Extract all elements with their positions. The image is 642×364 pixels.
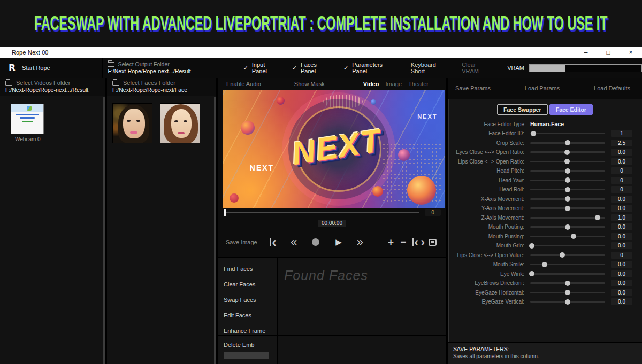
- slider-track[interactable]: [530, 180, 605, 181]
- slider-track[interactable]: [530, 254, 605, 256]
- param-value[interactable]: 1.0: [611, 214, 632, 221]
- close-icon[interactable]: ×: [620, 49, 642, 56]
- slider-track[interactable]: [530, 245, 605, 246]
- param-value[interactable]: 0.0: [611, 233, 632, 240]
- rewind-icon[interactable]: «: [291, 235, 297, 249]
- slider-handle[interactable]: [542, 262, 547, 267]
- face-thumbnail-2[interactable]: [160, 103, 200, 143]
- tab-image[interactable]: Image: [385, 81, 402, 87]
- slider-handle[interactable]: [565, 187, 570, 192]
- slider-handle[interactable]: [529, 243, 534, 249]
- param-value[interactable]: 0.0: [611, 280, 632, 286]
- slider-track[interactable]: [530, 151, 605, 153]
- slider-track[interactable]: [530, 142, 605, 144]
- slider-track[interactable]: [530, 170, 605, 172]
- slider-track[interactable]: [530, 189, 605, 190]
- load-params-button[interactable]: Load Params: [525, 85, 560, 91]
- param-value[interactable]: 0.0: [611, 242, 632, 249]
- param-value[interactable]: 0: [611, 252, 632, 259]
- slider-track[interactable]: [530, 301, 605, 303]
- select-output-folder-button[interactable]: Select Output Folder F:/Next-Rope/Rope-n…: [103, 61, 226, 75]
- prev-frame-icon[interactable]: ‹: [412, 238, 418, 246]
- slider-track[interactable]: [530, 198, 605, 200]
- tab-face-editor[interactable]: Face Editor: [549, 104, 593, 115]
- slider-handle[interactable]: [565, 290, 570, 295]
- param-value[interactable]: 0.0: [611, 270, 632, 277]
- keyboard-short-button[interactable]: Keyboard Short: [411, 61, 449, 74]
- param-value[interactable]: 0.0: [611, 223, 632, 230]
- save-frame-icon[interactable]: [429, 239, 437, 246]
- show-mask-button[interactable]: Show Mask: [294, 81, 325, 87]
- timeline-handle[interactable]: [224, 209, 226, 216]
- slider-handle[interactable]: [564, 150, 570, 155]
- faces-scrollbar[interactable]: [214, 97, 216, 364]
- param-value[interactable]: 1: [611, 130, 632, 137]
- slider-track[interactable]: [530, 282, 605, 284]
- slider-handle[interactable]: [565, 196, 570, 202]
- webcam-thumbnail[interactable]: [11, 104, 44, 134]
- slider-handle[interactable]: [565, 299, 570, 305]
- slider-handle[interactable]: [595, 215, 600, 220]
- edit-faces-button[interactable]: Edit Faces: [218, 308, 277, 323]
- slider-track[interactable]: [530, 236, 605, 237]
- slider-handle[interactable]: [571, 234, 576, 239]
- videos-scrollbar[interactable]: [103, 97, 105, 364]
- toggle-faces-panel[interactable]: ✓Faces Panel: [292, 61, 330, 74]
- slider-track[interactable]: [530, 292, 605, 293]
- slider-track[interactable]: [530, 217, 605, 219]
- param-value[interactable]: 0.0: [611, 205, 632, 212]
- slider-handle[interactable]: [565, 206, 570, 211]
- zoom-out-icon[interactable]: −: [400, 236, 406, 248]
- slider-track[interactable]: [530, 226, 605, 228]
- param-value[interactable]: 0.0: [611, 158, 632, 165]
- play-icon[interactable]: ▶: [335, 237, 342, 247]
- save-params-button[interactable]: Save Params: [455, 85, 491, 91]
- zoom-in-icon[interactable]: +: [388, 236, 394, 248]
- slider-track[interactable]: [530, 273, 605, 275]
- skip-start-icon[interactable]: ‹: [270, 238, 277, 246]
- toggle-input-panel[interactable]: ✓Input Panel: [243, 61, 279, 74]
- next-frame-icon[interactable]: ›: [421, 238, 425, 246]
- embedding-select[interactable]: [224, 352, 269, 359]
- slider-handle[interactable]: [560, 252, 565, 258]
- param-value[interactable]: 0.0: [611, 196, 632, 203]
- swap-faces-button[interactable]: Swap Faces: [218, 292, 277, 308]
- slider-handle[interactable]: [564, 159, 570, 164]
- param-value[interactable]: 0.0: [611, 289, 632, 296]
- face-thumbnail-1[interactable]: [112, 103, 152, 143]
- load-defaults-button[interactable]: Load Defaults: [594, 85, 630, 91]
- param-value[interactable]: 0.0: [611, 261, 632, 268]
- tab-face-swapper[interactable]: Face Swapper: [497, 104, 548, 115]
- slider-handle[interactable]: [529, 271, 534, 276]
- minimize-icon[interactable]: –: [575, 49, 597, 56]
- toggle-parameters-panel[interactable]: ✓Parameters Panel: [343, 61, 395, 74]
- param-value[interactable]: 0.0: [611, 298, 632, 305]
- delete-emb-button[interactable]: Delete Emb: [218, 338, 277, 352]
- slider-handle[interactable]: [531, 131, 536, 136]
- clear-vram-button[interactable]: Clear VRAM: [462, 61, 492, 74]
- start-rope-button[interactable]: R Start Rope: [0, 58, 103, 78]
- find-faces-button[interactable]: Find Faces: [218, 261, 277, 277]
- slider-handle[interactable]: [565, 224, 570, 230]
- select-videos-folder-button[interactable]: Select Videos Folder F:/Next-Rope/Rope-n…: [0, 78, 105, 96]
- fast-forward-icon[interactable]: »: [357, 235, 363, 249]
- slider-handle[interactable]: [565, 140, 570, 145]
- enable-audio-button[interactable]: Enable Audio: [226, 81, 261, 87]
- param-value[interactable]: 0: [611, 167, 632, 174]
- clear-faces-button[interactable]: Clear Faces: [218, 277, 277, 292]
- timeline[interactable]: 0: [223, 209, 445, 216]
- timeline-track[interactable]: [226, 212, 419, 213]
- maximize-icon[interactable]: □: [597, 49, 620, 56]
- slider-handle[interactable]: [565, 281, 570, 286]
- slider-track[interactable]: [530, 207, 605, 209]
- param-value[interactable]: 0: [611, 177, 632, 184]
- tab-video[interactable]: Video: [363, 81, 379, 87]
- slider-track[interactable]: [530, 133, 605, 134]
- slider-track[interactable]: [530, 264, 605, 265]
- save-image-button[interactable]: Save Image: [226, 239, 262, 245]
- param-value[interactable]: 0: [611, 186, 632, 193]
- param-value[interactable]: 0.0: [611, 149, 632, 156]
- record-icon[interactable]: [312, 238, 319, 246]
- slider-track[interactable]: [530, 161, 605, 162]
- face-editor-type-value[interactable]: Human-Face: [530, 121, 564, 127]
